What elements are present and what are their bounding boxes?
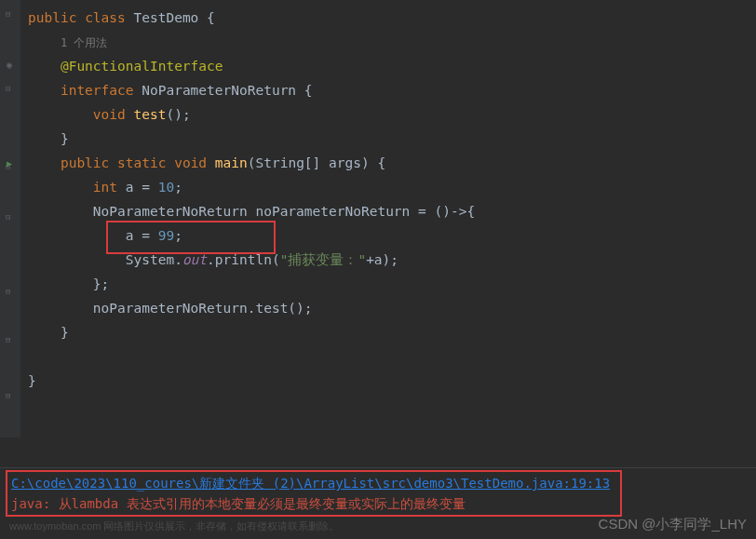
code-line[interactable]: } <box>20 369 756 393</box>
fold-icon[interactable]: ⊟ <box>6 9 15 19</box>
code-line[interactable]: int a = 10; <box>20 175 756 199</box>
code-line[interactable] <box>20 344 756 369</box>
code-area[interactable]: public class TestDemo { 1 个用法 @Functiona… <box>20 0 756 438</box>
fold-icon[interactable]: ⊟ <box>6 162 15 171</box>
code-line[interactable]: public class TestDemo { <box>20 6 756 30</box>
code-line[interactable]: public static void main(String[] args) { <box>20 151 756 175</box>
code-line[interactable]: } <box>20 127 756 151</box>
gutter: ⊟ ◉ ⊟ ▶ ⊟ ⊟ ⊡ ⊡ ⊡ <box>0 0 20 438</box>
code-line[interactable]: 1 个用法 <box>20 30 756 54</box>
code-line[interactable]: noParameterNoReturn.test(); <box>20 296 756 320</box>
code-line[interactable]: } <box>20 320 756 344</box>
code-line[interactable]: a = 99; <box>20 223 756 248</box>
fold-icon[interactable]: ⊟ <box>6 212 15 222</box>
impl-icon[interactable]: ◉ <box>3 60 16 73</box>
code-line[interactable]: System.out.println("捕获变量："+a); <box>20 248 756 272</box>
code-line[interactable]: NoParameterNoReturn noParameterNoReturn … <box>20 199 756 223</box>
error-link[interactable]: C:\code\2023\110_coures\新建文件夹 (2)\ArrayL… <box>11 476 745 492</box>
watermark: CSDN @小李同学_LHY <box>599 516 747 533</box>
code-line[interactable]: void test(); <box>20 102 756 127</box>
fold-icon[interactable]: ⊡ <box>6 287 15 296</box>
error-message: java: 从lambda 表达式引用的本地变量必须是最终变量或实际上的最终变量 <box>11 496 745 513</box>
editor-area: ⊟ ◉ ⊟ ▶ ⊟ ⊟ ⊡ ⊡ ⊡ public class TestDemo … <box>0 0 756 438</box>
code-line[interactable]: interface NoParameterNoReturn { <box>20 78 756 102</box>
fold-icon[interactable]: ⊟ <box>6 84 15 93</box>
faded-watermark: www.toymoban.com 网络图片仅供展示，非存储，如有侵权请联系删除。 <box>9 519 339 533</box>
code-line[interactable]: @FunctionalInterface <box>20 54 756 78</box>
fold-icon[interactable]: ⊡ <box>6 335 15 344</box>
fold-icon[interactable]: ⊡ <box>6 391 15 400</box>
code-line[interactable]: }; <box>20 272 756 296</box>
